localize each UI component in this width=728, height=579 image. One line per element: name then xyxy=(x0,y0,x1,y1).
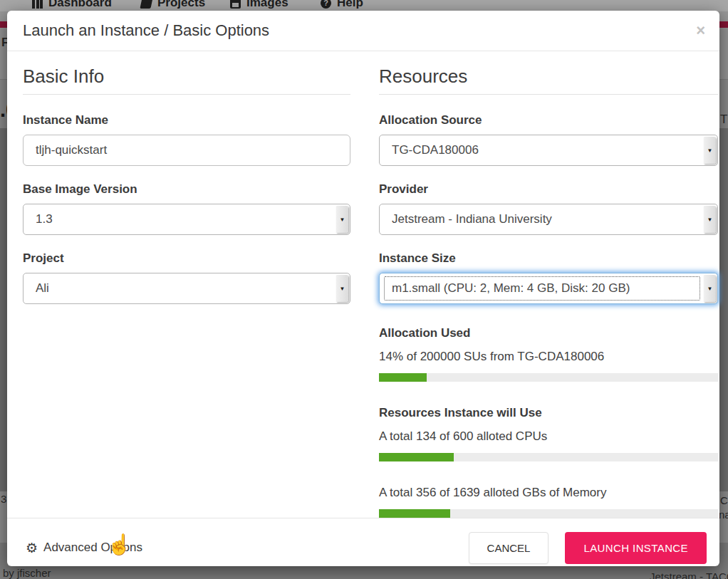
nav-item-images[interactable]: Images xyxy=(230,0,288,10)
selected-value: 1.3 xyxy=(36,204,53,234)
base-image-version-select[interactable]: 1.3 ▼ xyxy=(23,204,350,235)
memory-usage-text: A total 356 of 1639 alloted GBs of Memor… xyxy=(379,486,718,500)
bg-text-fragment: TG xyxy=(720,113,728,127)
instance-size-select[interactable]: m1.small (CPU: 2, Mem: 4 GB, Disk: 20 GB… xyxy=(379,273,718,304)
provider-select[interactable]: Jetstream - Indiana University ▼ xyxy=(379,204,718,235)
cpu-usage-text: A total 134 of 600 alloted CPUs xyxy=(379,429,718,444)
allocation-used-text: 14% of 200000 SUs from TG-CDA180006 xyxy=(379,350,718,364)
basic-info-column: Basic Info Instance Name Base Image Vers… xyxy=(23,66,350,518)
bg-text-fragment: C xyxy=(720,494,728,506)
save-icon xyxy=(230,0,241,9)
launch-instance-modal: Launch an Instance / Basic Options × Bas… xyxy=(7,11,719,566)
launch-instance-button[interactable]: LAUNCH INSTANCE xyxy=(565,532,707,564)
nav-label: Images xyxy=(246,0,288,10)
cpu-usage-progress xyxy=(379,453,718,461)
allocation-source-label: Allocation Source xyxy=(379,113,718,127)
nav-item-dashboard[interactable]: Dashboard xyxy=(32,0,112,10)
selected-value: m1.small (CPU: 2, Mem: 4 GB, Disk: 20 GB… xyxy=(392,273,630,303)
resources-heading: Resources xyxy=(379,66,718,95)
provider-field-group: Provider Jetstream - Indiana University … xyxy=(379,182,718,235)
cancel-button[interactable]: CANCEL xyxy=(469,532,549,564)
nav-label: Projects xyxy=(157,0,205,10)
chevron-down-icon: ▼ xyxy=(704,137,716,164)
advanced-options-label: Advanced Options xyxy=(43,541,142,555)
project-label: Project xyxy=(23,251,350,266)
base-image-version-field-group: Base Image Version 1.3 ▼ xyxy=(23,182,350,235)
selected-value: Jetstream - Indiana University xyxy=(392,204,552,234)
top-nav-bar: Dashboard Projects Images ? Help xyxy=(0,0,728,11)
instance-size-field-group: Instance Size m1.small (CPU: 2, Mem: 4 G… xyxy=(379,251,718,304)
chevron-down-icon: ▼ xyxy=(704,275,716,302)
instance-name-label: Instance Name xyxy=(23,113,350,127)
project-select[interactable]: Ali ▼ xyxy=(23,273,350,304)
allocation-used-heading: Allocation Used xyxy=(379,326,718,340)
progress-fill xyxy=(379,373,427,382)
help-circle-icon: ? xyxy=(321,0,331,9)
resources-column: Resources Allocation Source TG-CDA180006… xyxy=(379,66,718,518)
nav-label: Dashboard xyxy=(48,0,112,10)
modal-header: Launch an Instance / Basic Options × xyxy=(7,11,719,51)
memory-usage-progress xyxy=(379,509,718,518)
chevron-down-icon: ▼ xyxy=(336,206,348,233)
progress-fill xyxy=(379,509,450,518)
selected-value: Ali xyxy=(36,273,49,303)
instance-name-field-group: Instance Name xyxy=(23,113,350,166)
bg-text-fragment: na xyxy=(719,508,728,521)
modal-footer: ⚙ Advanced Options CANCEL LAUNCH INSTANC… xyxy=(7,518,719,577)
advanced-options-link[interactable]: ⚙ Advanced Options xyxy=(26,540,142,556)
allocation-source-field-group: Allocation Source TG-CDA180006 ▼ xyxy=(379,113,718,166)
selected-value: TG-CDA180006 xyxy=(392,135,479,165)
nav-label: Help xyxy=(337,0,363,10)
progress-fill xyxy=(379,453,454,461)
gear-icon: ⚙ xyxy=(26,540,38,556)
allocation-source-select[interactable]: TG-CDA180006 ▼ xyxy=(379,135,718,166)
basic-info-heading: Basic Info xyxy=(23,66,350,95)
chevron-down-icon: ▼ xyxy=(336,275,348,302)
footer-buttons: CANCEL LAUNCH INSTANCE xyxy=(469,532,707,564)
folder-icon xyxy=(140,0,152,9)
base-image-version-label: Base Image Version xyxy=(23,182,350,197)
nav-item-help[interactable]: ? Help xyxy=(321,0,363,10)
allocation-used-progress xyxy=(379,373,718,382)
provider-label: Provider xyxy=(379,182,718,197)
instance-usage-heading: Resources Instance will Use xyxy=(379,406,718,420)
instance-size-label: Instance Size xyxy=(379,251,718,266)
nav-item-projects[interactable]: Projects xyxy=(141,0,205,10)
modal-body: Basic Info Instance Name Base Image Vers… xyxy=(7,51,719,518)
chevron-down-icon: ▼ xyxy=(704,206,716,233)
close-icon[interactable]: × xyxy=(696,23,705,38)
project-field-group: Project Ali ▼ xyxy=(23,251,350,304)
bar-chart-icon xyxy=(32,0,43,9)
modal-title: Launch an Instance / Basic Options xyxy=(23,21,269,40)
instance-name-input[interactable] xyxy=(23,135,350,166)
